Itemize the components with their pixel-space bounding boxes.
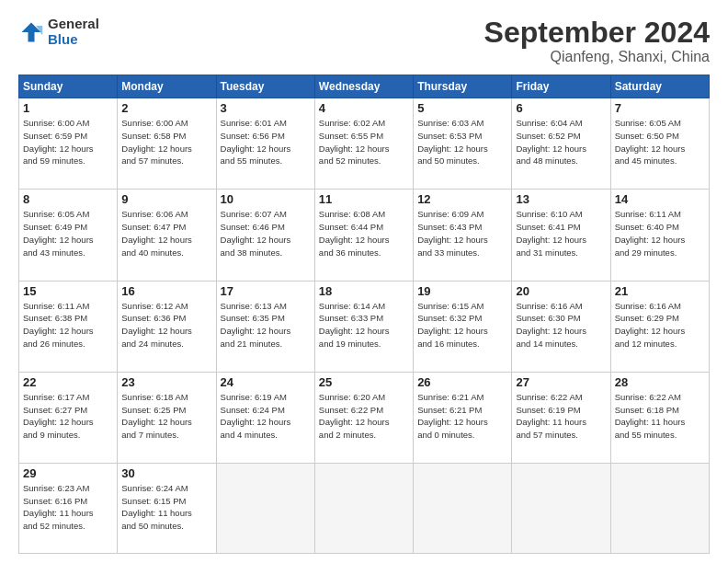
day-number: 10 — [221, 192, 311, 206]
day-info: Sunrise: 6:14 AM Sunset: 6:33 PM Dayligh… — [319, 300, 409, 350]
day-info: Sunrise: 6:24 AM Sunset: 6:15 PM Dayligh… — [121, 482, 211, 533]
day-number: 9 — [121, 192, 211, 206]
table-row: 23Sunrise: 6:18 AM Sunset: 6:25 PM Dayli… — [118, 372, 216, 463]
day-number: 20 — [516, 284, 606, 298]
table-row: 14Sunrise: 6:11 AM Sunset: 6:40 PM Dayli… — [610, 190, 709, 281]
day-number: 4 — [319, 101, 409, 115]
day-number: 25 — [319, 375, 409, 389]
day-info: Sunrise: 6:05 AM Sunset: 6:49 PM Dayligh… — [23, 208, 113, 259]
table-row — [512, 463, 610, 553]
day-info: Sunrise: 6:19 AM Sunset: 6:24 PM Dayligh… — [221, 391, 311, 442]
table-row: 12Sunrise: 6:09 AM Sunset: 6:43 PM Dayli… — [414, 190, 512, 281]
day-number: 18 — [319, 284, 409, 298]
day-number: 5 — [417, 101, 507, 115]
header-saturday: Saturday — [610, 75, 709, 98]
logo-general-text: General — [48, 17, 99, 32]
day-number: 24 — [221, 375, 311, 389]
table-row: 28Sunrise: 6:22 AM Sunset: 6:18 PM Dayli… — [610, 372, 709, 463]
table-row — [414, 463, 512, 553]
table-row: 24Sunrise: 6:19 AM Sunset: 6:24 PM Dayli… — [216, 372, 314, 463]
day-number: 26 — [417, 375, 507, 389]
day-info: Sunrise: 6:16 AM Sunset: 6:29 PM Dayligh… — [615, 300, 705, 350]
day-info: Sunrise: 6:02 AM Sunset: 6:55 PM Dayligh… — [319, 117, 409, 167]
header-friday: Friday — [512, 75, 610, 98]
day-number: 16 — [121, 284, 211, 298]
day-number: 14 — [615, 192, 705, 206]
day-number: 29 — [23, 466, 113, 480]
calendar-week-5: 29Sunrise: 6:23 AM Sunset: 6:16 PM Dayli… — [19, 463, 710, 553]
table-row: 10Sunrise: 6:07 AM Sunset: 6:46 PM Dayli… — [216, 190, 314, 281]
day-info: Sunrise: 6:03 AM Sunset: 6:53 PM Dayligh… — [417, 117, 507, 167]
day-info: Sunrise: 6:23 AM Sunset: 6:16 PM Dayligh… — [23, 482, 113, 533]
calendar-week-3: 15Sunrise: 6:11 AM Sunset: 6:38 PM Dayli… — [19, 281, 710, 372]
table-row: 18Sunrise: 6:14 AM Sunset: 6:33 PM Dayli… — [314, 281, 413, 372]
day-number: 21 — [615, 284, 705, 298]
day-info: Sunrise: 6:01 AM Sunset: 6:56 PM Dayligh… — [221, 117, 311, 167]
table-row: 7Sunrise: 6:05 AM Sunset: 6:50 PM Daylig… — [610, 98, 709, 190]
header: General Blue September 2024 Qianfeng, Sh… — [18, 17, 710, 65]
day-number: 12 — [417, 192, 507, 206]
table-row: 21Sunrise: 6:16 AM Sunset: 6:29 PM Dayli… — [610, 281, 709, 372]
day-info: Sunrise: 6:08 AM Sunset: 6:44 PM Dayligh… — [319, 208, 409, 259]
header-thursday: Thursday — [414, 75, 512, 98]
table-row — [314, 463, 413, 553]
calendar-week-2: 8Sunrise: 6:05 AM Sunset: 6:49 PM Daylig… — [19, 190, 710, 281]
day-info: Sunrise: 6:17 AM Sunset: 6:27 PM Dayligh… — [23, 391, 113, 442]
table-row: 3Sunrise: 6:01 AM Sunset: 6:56 PM Daylig… — [216, 98, 314, 190]
table-row: 13Sunrise: 6:10 AM Sunset: 6:41 PM Dayli… — [512, 190, 610, 281]
logo-text: General Blue — [48, 17, 99, 47]
table-row: 11Sunrise: 6:08 AM Sunset: 6:44 PM Dayli… — [314, 190, 413, 281]
day-number: 7 — [615, 101, 705, 115]
day-info: Sunrise: 6:12 AM Sunset: 6:36 PM Dayligh… — [121, 300, 211, 350]
logo-icon — [18, 19, 44, 45]
month-title: September 2024 — [484, 17, 710, 49]
location: Qianfeng, Shanxi, China — [484, 49, 710, 65]
table-row: 2Sunrise: 6:00 AM Sunset: 6:58 PM Daylig… — [118, 98, 216, 190]
header-sunday: Sunday — [19, 75, 118, 98]
table-row: 17Sunrise: 6:13 AM Sunset: 6:35 PM Dayli… — [216, 281, 314, 372]
table-row: 4Sunrise: 6:02 AM Sunset: 6:55 PM Daylig… — [314, 98, 413, 190]
header-row: Sunday Monday Tuesday Wednesday Thursday… — [19, 75, 710, 98]
table-row: 19Sunrise: 6:15 AM Sunset: 6:32 PM Dayli… — [414, 281, 512, 372]
day-info: Sunrise: 6:22 AM Sunset: 6:19 PM Dayligh… — [516, 391, 606, 442]
day-number: 27 — [516, 375, 606, 389]
day-info: Sunrise: 6:11 AM Sunset: 6:38 PM Dayligh… — [23, 300, 113, 350]
day-info: Sunrise: 6:18 AM Sunset: 6:25 PM Dayligh… — [121, 391, 211, 442]
table-row: 9Sunrise: 6:06 AM Sunset: 6:47 PM Daylig… — [118, 190, 216, 281]
title-block: September 2024 Qianfeng, Shanxi, China — [484, 17, 710, 65]
header-monday: Monday — [118, 75, 216, 98]
header-wednesday: Wednesday — [314, 75, 413, 98]
day-info: Sunrise: 6:20 AM Sunset: 6:22 PM Dayligh… — [319, 391, 409, 442]
day-number: 11 — [319, 192, 409, 206]
table-row: 30Sunrise: 6:24 AM Sunset: 6:15 PM Dayli… — [118, 463, 216, 553]
day-info: Sunrise: 6:10 AM Sunset: 6:41 PM Dayligh… — [516, 208, 606, 259]
day-number: 23 — [121, 375, 211, 389]
day-info: Sunrise: 6:15 AM Sunset: 6:32 PM Dayligh… — [417, 300, 507, 350]
day-number: 15 — [23, 284, 113, 298]
day-number: 2 — [121, 101, 211, 115]
table-row: 15Sunrise: 6:11 AM Sunset: 6:38 PM Dayli… — [19, 281, 118, 372]
calendar-table: Sunday Monday Tuesday Wednesday Thursday… — [18, 75, 710, 554]
logo-blue-text: Blue — [48, 32, 99, 48]
day-number: 28 — [615, 375, 705, 389]
header-tuesday: Tuesday — [216, 75, 314, 98]
table-row: 25Sunrise: 6:20 AM Sunset: 6:22 PM Dayli… — [314, 372, 413, 463]
svg-marker-0 — [22, 22, 41, 41]
table-row: 20Sunrise: 6:16 AM Sunset: 6:30 PM Dayli… — [512, 281, 610, 372]
day-info: Sunrise: 6:09 AM Sunset: 6:43 PM Dayligh… — [417, 208, 507, 259]
day-info: Sunrise: 6:04 AM Sunset: 6:52 PM Dayligh… — [516, 117, 606, 167]
day-info: Sunrise: 6:00 AM Sunset: 6:59 PM Dayligh… — [23, 117, 113, 167]
day-info: Sunrise: 6:06 AM Sunset: 6:47 PM Dayligh… — [121, 208, 211, 259]
day-info: Sunrise: 6:07 AM Sunset: 6:46 PM Dayligh… — [221, 208, 311, 259]
day-number: 6 — [516, 101, 606, 115]
day-info: Sunrise: 6:13 AM Sunset: 6:35 PM Dayligh… — [221, 300, 311, 350]
day-number: 13 — [516, 192, 606, 206]
day-number: 8 — [23, 192, 113, 206]
table-row: 6Sunrise: 6:04 AM Sunset: 6:52 PM Daylig… — [512, 98, 610, 190]
table-row: 27Sunrise: 6:22 AM Sunset: 6:19 PM Dayli… — [512, 372, 610, 463]
table-row: 8Sunrise: 6:05 AM Sunset: 6:49 PM Daylig… — [19, 190, 118, 281]
day-number: 17 — [221, 284, 311, 298]
day-info: Sunrise: 6:11 AM Sunset: 6:40 PM Dayligh… — [615, 208, 705, 259]
table-row — [610, 463, 709, 553]
logo: General Blue — [18, 17, 99, 47]
